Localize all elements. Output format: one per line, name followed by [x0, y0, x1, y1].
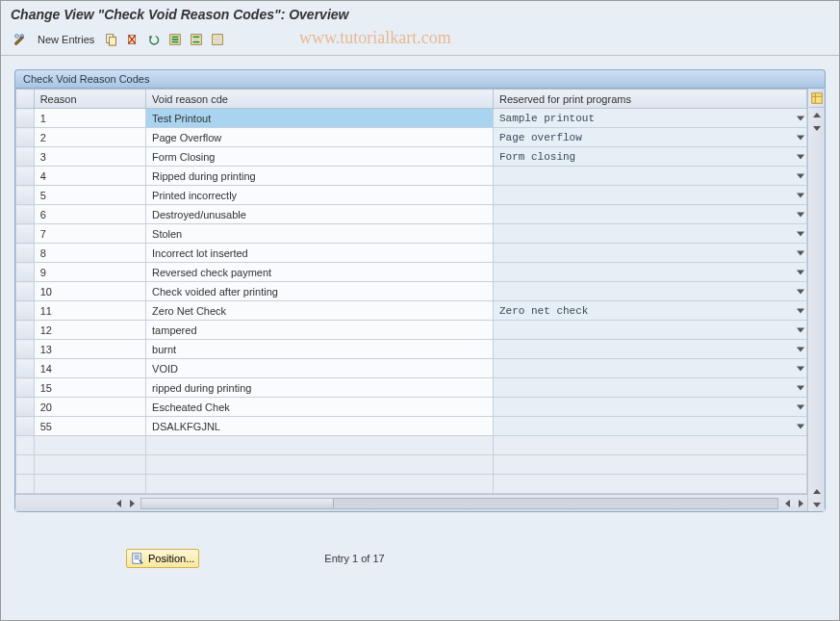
delete-button[interactable] — [123, 30, 142, 49]
table-row[interactable]: 3Form ClosingForm closing — [16, 147, 807, 167]
cell-void-reason[interactable]: Incorrect lot inserted — [146, 244, 494, 263]
select-block-button[interactable] — [187, 30, 206, 49]
table-row[interactable]: 20Escheated Chek — [16, 398, 807, 417]
row-selector[interactable] — [16, 282, 35, 301]
row-selector[interactable] — [16, 186, 35, 205]
cell-void-reason[interactable]: Escheated Chek — [146, 398, 494, 417]
vscroll-up2-icon[interactable] — [809, 484, 825, 498]
cell-void-reason[interactable]: tampered — [146, 321, 494, 340]
cell-reserved[interactable] — [493, 167, 806, 186]
hscroll-thumb[interactable] — [141, 499, 334, 508]
select-all-button[interactable] — [165, 30, 185, 49]
table-row[interactable]: 13burnt — [16, 340, 807, 359]
cell-void-reason[interactable]: Destroyed/unusable — [146, 205, 494, 224]
table-row[interactable]: 1Test PrintoutSample printout — [16, 109, 807, 128]
row-selector-header[interactable] — [16, 90, 35, 109]
cell-reserved[interactable] — [493, 359, 806, 378]
column-header-void-reason[interactable]: Void reason cde — [146, 90, 494, 109]
cell-void-reason[interactable]: Form Closing — [146, 147, 494, 167]
toggle-display-change-button[interactable] — [11, 30, 30, 49]
row-selector[interactable] — [16, 321, 35, 340]
table-row[interactable]: 14VOID — [16, 359, 807, 378]
cell-void-reason[interactable]: Printed incorrectly — [146, 186, 494, 205]
cell-reserved[interactable] — [493, 340, 806, 359]
row-selector[interactable] — [16, 167, 35, 186]
column-header-reserved[interactable]: Reserved for print programs — [493, 90, 806, 109]
vscroll-up-icon[interactable] — [809, 108, 825, 121]
cell-reason[interactable]: 13 — [34, 340, 145, 359]
row-selector[interactable] — [16, 359, 35, 378]
undo-button[interactable] — [144, 30, 164, 49]
cell-reserved[interactable] — [493, 186, 806, 205]
cell-reason[interactable]: 7 — [34, 224, 145, 244]
vertical-scrollbar[interactable] — [807, 89, 825, 511]
cell-void-reason[interactable]: DSALKFGJNL — [146, 417, 494, 436]
cell-reason[interactable]: 11 — [34, 301, 145, 321]
cell-void-reason[interactable]: Ripped during printing — [146, 167, 494, 186]
cell-reason[interactable]: 4 — [34, 167, 145, 186]
cell-reserved[interactable] — [493, 224, 806, 244]
row-selector[interactable] — [16, 398, 35, 417]
row-selector[interactable] — [16, 301, 35, 321]
new-entries-button[interactable]: New Entries — [32, 32, 100, 47]
cell-reason[interactable]: 6 — [34, 205, 145, 224]
cell-reason[interactable]: 20 — [34, 398, 145, 417]
table-row[interactable]: 5Printed incorrectly — [16, 186, 807, 205]
cell-reserved[interactable] — [493, 263, 806, 282]
cell-reserved[interactable] — [493, 417, 806, 436]
column-header-reason[interactable]: Reason — [34, 90, 145, 109]
table-row[interactable]: 10Check voided after printing — [16, 282, 807, 301]
row-selector[interactable] — [16, 224, 35, 244]
cell-reserved[interactable] — [493, 282, 806, 301]
cell-reason[interactable]: 8 — [34, 244, 145, 263]
cell-void-reason[interactable]: Page Overflow — [146, 128, 494, 147]
cell-void-reason[interactable]: Test Printout — [146, 109, 494, 128]
cell-reserved[interactable] — [493, 205, 806, 224]
row-selector[interactable] — [16, 340, 35, 359]
cell-reason[interactable]: 2 — [34, 128, 145, 147]
position-button[interactable]: Position... — [126, 549, 199, 568]
row-selector[interactable] — [16, 244, 35, 263]
table-row[interactable]: 15ripped during printing — [16, 378, 807, 398]
cell-reason[interactable]: 12 — [34, 321, 145, 340]
table-row[interactable]: 7Stolen — [16, 224, 807, 244]
cell-reason[interactable]: 3 — [34, 147, 145, 167]
horizontal-scrollbar[interactable] — [15, 494, 807, 511]
cell-reserved[interactable]: Page overflow — [493, 128, 806, 147]
cell-reason[interactable]: 55 — [34, 417, 145, 436]
cell-void-reason[interactable]: Reversed check payment — [146, 263, 494, 282]
hscroll-left2-icon[interactable] — [780, 497, 794, 510]
cell-void-reason[interactable]: Stolen — [146, 224, 494, 244]
cell-reserved[interactable] — [493, 378, 806, 398]
cell-reserved[interactable]: Sample printout — [493, 109, 806, 128]
hscroll-right-icon[interactable] — [125, 497, 139, 510]
vscroll-down2-icon[interactable] — [809, 498, 825, 511]
table-row[interactable]: 9Reversed check payment — [16, 263, 807, 282]
cell-reason[interactable]: 14 — [34, 359, 145, 378]
data-grid[interactable]: Reason Void reason cde Reserved for prin… — [15, 89, 807, 494]
copy-as-button[interactable] — [102, 30, 121, 49]
deselect-all-button[interactable] — [208, 30, 227, 49]
table-settings-button[interactable] — [809, 89, 825, 108]
hscroll-left-icon[interactable] — [112, 497, 125, 510]
cell-reserved[interactable]: Form closing — [493, 147, 806, 167]
cell-reason[interactable]: 5 — [34, 186, 145, 205]
cell-reason[interactable]: 1 — [34, 109, 145, 128]
cell-void-reason[interactable]: Check voided after printing — [146, 282, 494, 301]
cell-reason[interactable]: 9 — [34, 263, 145, 282]
cell-void-reason[interactable]: burnt — [146, 340, 494, 359]
row-selector[interactable] — [16, 378, 35, 398]
cell-void-reason[interactable]: ripped during printing — [146, 378, 494, 398]
table-row[interactable]: 4Ripped during printing — [16, 167, 807, 186]
cell-reason[interactable]: 10 — [34, 282, 145, 301]
hscroll-track[interactable] — [140, 498, 778, 509]
table-row[interactable]: 55DSALKFGJNL — [16, 417, 807, 436]
vscroll-down-icon[interactable] — [809, 121, 825, 135]
cell-reserved[interactable] — [493, 321, 806, 340]
table-row[interactable]: 8Incorrect lot inserted — [16, 244, 807, 263]
hscroll-right2-icon[interactable] — [794, 497, 807, 510]
table-row[interactable]: 2Page OverflowPage overflow — [16, 128, 807, 147]
row-selector[interactable] — [16, 417, 35, 436]
row-selector[interactable] — [16, 263, 35, 282]
cell-reserved[interactable] — [493, 398, 806, 417]
